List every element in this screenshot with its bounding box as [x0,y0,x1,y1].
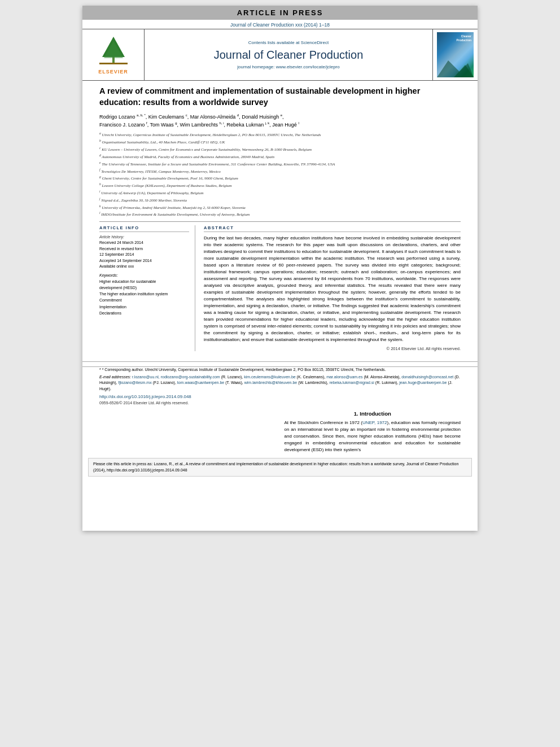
header-section: ELSEVIER Contents lists available at Sci… [82,29,478,81]
article-history-group: Article history: Received 24 March 2014 … [99,235,189,270]
email-huisingh: donaldhuisingh@comcast.net [401,375,453,379]
svg-rect-3 [99,63,128,64]
accepted-date: Accepted 14 September 2014 [99,258,189,264]
journal-cover-text: Cleaner Production [457,34,471,42]
keyword-4: Implementation [99,304,189,310]
two-column-section: ARTICLE INFO Article history: Received 2… [99,225,461,351]
keyword-2: The higher education institution system [99,291,189,297]
elsevier-logo-icon [94,36,133,67]
corresponding-author-note: * * Corresponding author. Utrecht Univer… [99,367,461,373]
contents-line: Contents lists available at ScienceDirec… [248,40,329,45]
elsevier-label: ELSEVIER [98,69,128,75]
article-info-column: ARTICLE INFO Article history: Received 2… [99,225,195,351]
journal-link-text: Journal of Cleaner Production xxx (2014)… [230,22,330,28]
keyword-5: Declarations [99,310,189,316]
article-in-press-banner: ARTICLE IN PRESS [82,6,478,20]
journal-cover: Cleaner Production [437,32,474,77]
journal-link-bar: Journal of Cleaner Production xxx (2014)… [82,20,478,29]
bottom-two-col: 1. Introduction At the Stockholm Confere… [82,410,478,453]
intro-column: 1. Introduction At the Stockholm Confere… [285,410,461,453]
bottom-left-col [99,410,276,453]
article-title: A review of commitment and implementatio… [99,85,461,108]
intro-section-title: 1. Introduction [285,410,461,417]
email-lukman: rebeka.lukman@nigrad.si [329,381,374,385]
email-fjlozano: fjlozano@itesm.mx [118,381,151,385]
email-waas: tom.waas@uantwerpen.be [177,381,224,385]
email-huge: jean.huge@uantwerpen.be [399,381,447,385]
intro-text: At the Stockholm Conference in 1972 (UNE… [285,420,461,453]
doi-link[interactable]: http://dx.doi.org/10.1016/j.jclepro.2014… [99,394,461,399]
homepage-link[interactable]: www.elsevier.com/locate/jclepro [276,64,340,69]
cover-mountain-icon [437,55,474,77]
keyword-1: Higher education for sustainable [99,278,189,285]
email-alonso: mar.alonso@uam.es [326,375,362,379]
keywords-group: Keywords: Higher education for sustainab… [99,273,189,316]
journal-cover-image: Cleaner Production [437,32,474,77]
page: ARTICLE IN PRESS Journal of Cleaner Prod… [82,6,478,531]
sciencedirect-link[interactable]: ScienceDirect [301,40,329,45]
authors-line: Rodrigo Lozano a, b, *, Kim Ceulemans c,… [99,113,461,129]
email-footnote: E-mail addresses: r.lozano@uu.nl, rodloz… [99,374,461,392]
email-lambrechts: wim.lambrechts@khleuven.be [244,381,297,385]
contents-label: Contents lists available at [248,40,300,45]
keyword-1b: development (HESD) [99,285,189,291]
journal-title: Journal of Cleaner Production [214,49,364,62]
affiliations: a Utrecht University, Copernicus Institu… [99,131,461,222]
journal-homepage: journal homepage: www.elsevier.com/locat… [237,64,339,69]
abstract-column: ABSTRACT During the last two decades, ma… [204,225,461,351]
unep-link[interactable]: UNEP, 1972 [362,420,387,425]
copyright-line: © 2014 Elsevier Ltd. All rights reserved… [204,346,461,351]
keywords-label: Keywords: [99,273,189,277]
footnote-section: * * Corresponding author. Utrecht Univer… [82,366,478,405]
main-content: A review of commitment and implementatio… [82,85,478,357]
header-center: Contents lists available at ScienceDirec… [145,29,432,80]
header-left: ELSEVIER [82,29,145,80]
citation-bar: Please cite this article in press as: Lo… [88,458,472,477]
email-list: r.lozano@uu.nl, rodlozano@org-sustainabi… [132,375,220,379]
homepage-label: journal homepage: [237,64,274,69]
article-in-press-text: ARTICLE IN PRESS [237,8,323,17]
abstract-text: During the last two decades, many higher… [204,235,461,343]
issn-line: 0959-6526/© 2014 Elsevier Ltd. All right… [99,401,461,405]
history-label: Article history: [99,235,189,239]
email-ceulemans: kim.ceulemans@kuleuven.be [244,375,296,379]
available-online: Available online xxx [99,264,189,270]
received-revised-label: Received in revised form [99,246,189,252]
revised-date: 12 September 2014 [99,252,189,258]
received-date: Received 24 March 2014 [99,240,189,246]
header-right: Cleaner Production [432,29,478,80]
abstract-label: ABSTRACT [204,225,461,232]
article-info-label: ARTICLE INFO [99,225,189,232]
section-divider [82,361,478,362]
keyword-3: Commitment [99,297,189,303]
citation-text: Please cite this article in press as: Lo… [93,462,458,472]
